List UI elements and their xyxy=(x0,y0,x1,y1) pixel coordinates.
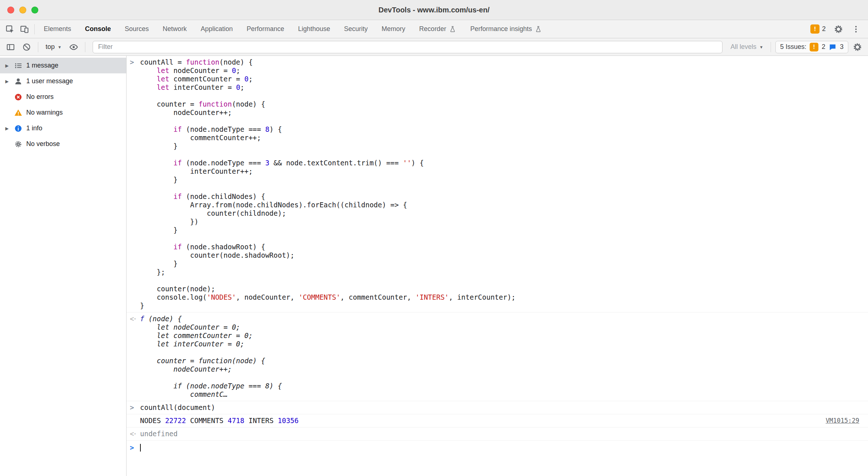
sidebar-item-1-info[interactable]: ▶1 info xyxy=(0,120,126,136)
tab-label: Elements xyxy=(44,25,71,33)
tab-label: Security xyxy=(344,25,368,33)
console-prompt[interactable]: > xyxy=(127,441,868,454)
error-icon xyxy=(13,92,23,102)
prompt-chevron-icon: > xyxy=(127,444,140,452)
result-arrow-icon: <· xyxy=(127,430,140,438)
sidebar-item-label: No warnings xyxy=(26,109,63,116)
tab-security[interactable]: Security xyxy=(337,20,375,38)
console-entry-log: NODES 22722 COMMENTS 4718 INTERS 10356VM… xyxy=(127,414,868,427)
console-message-text: NODES 22722 COMMENTS 4718 INTERS 10356 xyxy=(140,416,821,425)
info-icon xyxy=(13,124,23,133)
divider xyxy=(38,42,38,52)
console-entry-input: >countAll(document) xyxy=(127,401,868,414)
source-location-link[interactable]: VM1015:29 xyxy=(826,416,859,425)
tab-label: Console xyxy=(85,25,111,33)
experiment-flask-icon xyxy=(535,26,542,33)
tab-memory[interactable]: Memory xyxy=(375,20,412,38)
sidebar-item-label: No errors xyxy=(26,93,54,101)
levels-label: All levels xyxy=(731,43,756,51)
console-messages: >countAll = function(node) { let nodeCou… xyxy=(127,56,868,441)
experiment-flask-icon xyxy=(449,26,456,33)
javascript-context-selector[interactable]: top ▼ xyxy=(43,43,65,51)
window-controls xyxy=(7,0,38,20)
sidebar-item-no-warnings[interactable]: No warnings xyxy=(0,105,126,120)
issues-label: 5 Issues: xyxy=(780,43,806,51)
issues-message-count: 3 xyxy=(840,43,844,51)
console-pane: >countAll = function(node) { let nodeCou… xyxy=(127,56,868,476)
log-levels-dropdown[interactable]: All levels ▼ xyxy=(728,43,766,51)
console-toolbar: top ▼ All levels ▼ 5 Issues: ! 2 3 xyxy=(0,38,868,56)
tabbar-left-icons xyxy=(3,20,37,38)
tab-label: Memory xyxy=(381,25,405,33)
prompt-input-area[interactable] xyxy=(140,444,868,452)
sidebar-item-no-verbose[interactable]: No verbose xyxy=(0,136,126,152)
tab-label: Application xyxy=(201,25,233,33)
disclosure-triangle-icon[interactable]: ▶ xyxy=(4,79,10,84)
device-toolbar-icon[interactable] xyxy=(18,22,31,36)
tab-label: Recorder xyxy=(419,25,446,33)
tab-elements[interactable]: Elements xyxy=(37,20,78,38)
console-warnings-counter[interactable]: ! 2 xyxy=(808,23,828,35)
more-options-kebab-icon[interactable] xyxy=(849,22,863,36)
console-entry-result: <·f (node) { let nodeCounter = 0; let co… xyxy=(127,312,868,401)
clear-console-icon[interactable] xyxy=(20,40,34,54)
context-label: top xyxy=(46,43,55,51)
chevron-down-icon: ▼ xyxy=(58,45,62,49)
tab-performance[interactable]: Performance xyxy=(240,20,291,38)
window-titlebar: DevTools - www.ibm.com/us-en/ xyxy=(0,0,868,20)
input-chevron-icon: > xyxy=(127,403,140,412)
input-chevron-icon: > xyxy=(127,58,140,66)
sidebar-item-1-user-message[interactable]: ▶1 user message xyxy=(0,73,126,89)
minimize-window-button[interactable] xyxy=(19,7,26,14)
sidebar-item-label: 1 info xyxy=(26,124,42,132)
tab-application[interactable]: Application xyxy=(194,20,240,38)
settings-gear-icon[interactable] xyxy=(832,22,845,36)
console-settings-gear-icon[interactable] xyxy=(850,40,864,54)
tabbar-right-icons: ! 2 xyxy=(808,20,865,38)
divider xyxy=(771,42,771,52)
devtools-tabbar: ElementsConsoleSourcesNetworkApplication… xyxy=(0,20,868,38)
tab-sources[interactable]: Sources xyxy=(118,20,156,38)
disclosure-triangle-icon[interactable]: ▶ xyxy=(4,63,10,68)
warning-icon xyxy=(13,108,23,118)
issues-counter[interactable]: 5 Issues: ! 2 3 xyxy=(775,41,848,53)
console-message-text: countAll(document) xyxy=(140,403,868,412)
sidebar-item-label: No verbose xyxy=(26,140,60,148)
console-sidebar: ▶1 message▶1 user messageNo errorsNo war… xyxy=(0,56,127,476)
tab-label: Lighthouse xyxy=(298,25,330,33)
console-filter-input[interactable] xyxy=(93,41,722,53)
window-title: DevTools - www.ibm.com/us-en/ xyxy=(379,6,489,14)
verbose-icon xyxy=(13,139,23,149)
console-entry-result: <·undefined xyxy=(127,427,868,441)
tab-performance-insights[interactable]: Performance insights xyxy=(463,20,549,38)
sidebar-item-no-errors[interactable]: No errors xyxy=(0,89,126,105)
tab-console[interactable]: Console xyxy=(78,20,118,38)
console-content: ▶1 message▶1 user messageNo errorsNo war… xyxy=(0,56,868,476)
inspect-element-icon[interactable] xyxy=(3,22,17,36)
live-expression-eye-icon[interactable] xyxy=(67,40,81,54)
console-message-text: undefined xyxy=(140,430,868,438)
tab-recorder[interactable]: Recorder xyxy=(412,20,463,38)
tab-label: Performance xyxy=(247,25,284,33)
message-bubble-icon xyxy=(829,43,837,51)
zoom-window-button[interactable] xyxy=(31,7,38,14)
tab-network[interactable]: Network xyxy=(156,20,194,38)
warning-badge-icon: ! xyxy=(810,24,819,34)
divider xyxy=(34,24,35,34)
result-arrow-icon: <· xyxy=(127,315,140,323)
warning-count: 2 xyxy=(822,25,826,33)
console-message-text: countAll = function(node) { let nodeCoun… xyxy=(140,58,868,310)
close-window-button[interactable] xyxy=(7,7,14,14)
console-entry-input: >countAll = function(node) { let nodeCou… xyxy=(127,56,868,312)
disclosure-triangle-icon[interactable]: ▶ xyxy=(4,126,10,131)
tab-label: Network xyxy=(163,25,187,33)
divider xyxy=(85,42,85,52)
sidebar-item-label: 1 message xyxy=(26,62,58,69)
sidebar-item-label: 1 user message xyxy=(26,77,73,85)
devtools-window: DevTools - www.ibm.com/us-en/ ElementsCo… xyxy=(0,0,868,476)
console-sidebar-toggle-icon[interactable] xyxy=(4,40,18,54)
tab-lighthouse[interactable]: Lighthouse xyxy=(291,20,337,38)
chevron-down-icon: ▼ xyxy=(759,45,763,49)
sidebar-item-1-message[interactable]: ▶1 message xyxy=(0,58,126,73)
tab-label: Performance insights xyxy=(470,25,532,33)
